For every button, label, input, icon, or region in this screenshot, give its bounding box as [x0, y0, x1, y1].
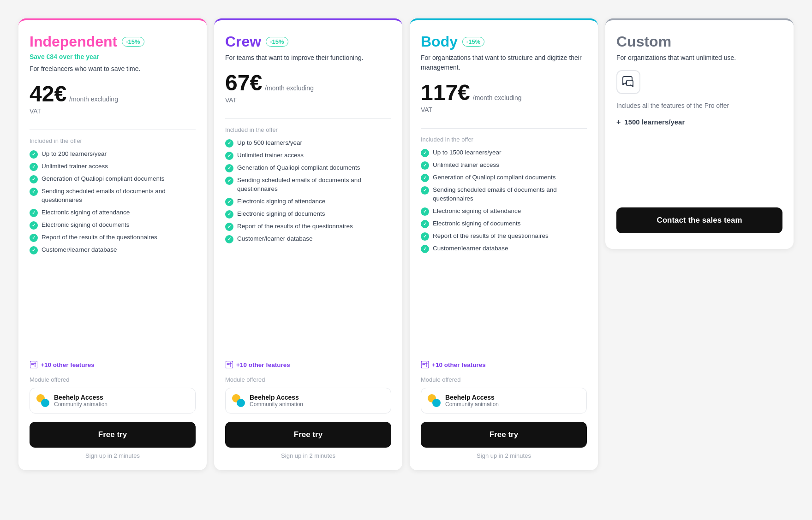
check-icon	[30, 150, 38, 159]
included-label: Included in the offer	[30, 137, 196, 144]
title-row-body: Body -15%	[421, 33, 587, 50]
check-icon	[30, 221, 38, 230]
svg-rect-4	[627, 80, 633, 86]
contact-sales-button[interactable]: Contact the sales team	[616, 207, 782, 233]
more-features-icon	[421, 360, 429, 369]
price-row: 117€ /month excluding	[421, 80, 587, 105]
check-icon	[421, 245, 429, 253]
card-independent: Independent -15% Save €84 over the year …	[18, 18, 207, 470]
feature-item: Unlimited trainer access	[225, 151, 391, 160]
included-label: Included in the offer	[225, 126, 391, 133]
price-vat: VAT	[30, 107, 196, 115]
check-icon	[225, 235, 233, 243]
card-body: Body -15% For organizations that want to…	[410, 18, 598, 470]
feature-text: Electronic signing of documents	[42, 221, 130, 230]
module-card: Beehelp Access Community animation	[30, 388, 196, 414]
price-period: /month excluding	[265, 84, 314, 92]
more-features-link[interactable]: +10 other features	[421, 360, 587, 369]
feature-item: Electronic signing of documents	[30, 221, 196, 230]
feature-text: Electronic signing of attendance	[42, 208, 130, 217]
feature-text: Report of the results of the questionnai…	[237, 222, 353, 231]
chat-icon	[616, 70, 640, 94]
feature-item: Electronic signing of attendance	[225, 197, 391, 206]
price-amount: 117€	[421, 80, 470, 105]
check-icon	[225, 139, 233, 148]
feature-text: Customer/learner database	[433, 244, 508, 253]
card-crew: Crew -15% For teams that want to improve…	[214, 18, 402, 470]
module-sub: Community animation	[54, 401, 107, 408]
check-icon	[30, 175, 38, 183]
card-title: Body	[421, 33, 458, 50]
feature-item: Customer/learner database	[30, 246, 196, 254]
includes-pro-text: Includes all the features of the Pro off…	[616, 101, 782, 111]
pricing-container: Independent -15% Save €84 over the year …	[9, 9, 803, 479]
check-icon	[225, 210, 233, 219]
more-features-icon	[225, 360, 233, 369]
price-amount: 42€	[30, 81, 66, 106]
free-try-button[interactable]: Free try	[30, 422, 196, 448]
feature-item: Electronic signing of attendance	[421, 207, 587, 216]
more-features-link[interactable]: +10 other features	[225, 360, 391, 369]
feature-item: Report of the results of the questionnai…	[421, 232, 587, 241]
module-card: Beehelp Access Community animation	[225, 388, 391, 414]
divider	[225, 118, 391, 119]
feature-text: Unlimited trainer access	[237, 151, 304, 160]
feature-item: Generation of Qualiopi compliant documen…	[225, 164, 391, 172]
feature-item: Electronic signing of documents	[225, 210, 391, 219]
check-icon	[225, 177, 233, 185]
feature-item: Sending scheduled emails of documents an…	[421, 186, 587, 203]
feature-item: Unlimited trainer access	[30, 162, 196, 171]
title-row-crew: Crew -15%	[225, 33, 391, 50]
feature-item: Electronic signing of documents	[421, 219, 587, 228]
check-icon	[30, 188, 38, 196]
feature-item: Generation of Qualiopi compliant documen…	[421, 173, 587, 182]
feature-list: Up to 200 learners/year Unlimited traine…	[30, 150, 196, 355]
more-features-text: +10 other features	[41, 361, 95, 368]
card-title: Crew	[225, 33, 261, 50]
check-icon	[225, 223, 233, 231]
feature-text: Sending scheduled emails of documents an…	[433, 186, 587, 203]
card-description: For freelancers who want to save time.	[30, 64, 196, 74]
feature-text: Report of the results of the questionnai…	[42, 233, 157, 242]
feature-text: Customer/learner database	[237, 235, 313, 243]
check-icon	[225, 152, 233, 160]
check-icon	[421, 232, 429, 241]
check-icon	[421, 186, 429, 195]
divider	[30, 130, 196, 130]
feature-item: Customer/learner database	[421, 244, 587, 253]
feature-item: Sending scheduled emails of documents an…	[225, 176, 391, 194]
price-period: /month excluding	[473, 94, 522, 101]
check-icon	[421, 161, 429, 170]
module-card: Beehelp Access Community animation	[421, 388, 587, 414]
feature-text: Generation of Qualiopi compliant documen…	[42, 175, 164, 183]
feature-text: Unlimited trainer access	[42, 162, 108, 171]
learners-label: 1500 learners/year	[624, 118, 685, 126]
check-icon	[30, 234, 38, 242]
module-name: Beehelp Access	[445, 394, 499, 401]
feature-item: Generation of Qualiopi compliant documen…	[30, 175, 196, 183]
discount-badge: -15%	[122, 37, 144, 47]
discount-badge: -15%	[462, 37, 484, 47]
feature-item: Up to 200 learners/year	[30, 150, 196, 159]
feature-text: Generation of Qualiopi compliant documen…	[237, 164, 360, 172]
feature-list: Up to 1500 learners/year Unlimited train…	[421, 148, 587, 355]
price-period: /month excluding	[69, 95, 118, 103]
feature-item: Sending scheduled emails of documents an…	[30, 187, 196, 205]
title-row-independent: Independent -15%	[30, 33, 196, 50]
more-features-link[interactable]: +10 other features	[30, 360, 196, 369]
module-name: Beehelp Access	[250, 394, 303, 401]
free-try-button[interactable]: Free try	[225, 422, 391, 448]
free-try-button[interactable]: Free try	[421, 422, 587, 448]
feature-text: Electronic signing of documents	[237, 210, 325, 219]
feature-item: Customer/learner database	[225, 235, 391, 243]
module-info: Beehelp Access Community animation	[250, 394, 303, 408]
price-vat: VAT	[421, 106, 587, 113]
feature-text: Up to 500 learners/year	[237, 139, 302, 148]
feature-item: Report of the results of the questionnai…	[225, 222, 391, 231]
feature-text: Sending scheduled emails of documents an…	[237, 176, 391, 194]
more-features-icon	[30, 360, 38, 369]
feature-item: Report of the results of the questionnai…	[30, 233, 196, 242]
check-icon	[421, 149, 429, 157]
feature-text: Electronic signing of documents	[433, 219, 521, 228]
more-features-text: +10 other features	[432, 361, 486, 368]
